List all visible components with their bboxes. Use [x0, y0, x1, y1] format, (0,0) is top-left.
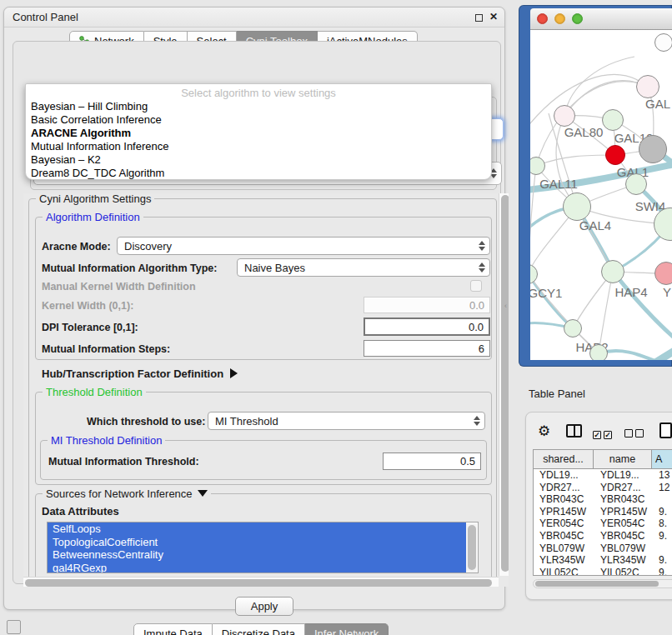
mi-steps-input[interactable]: 6 [364, 340, 490, 357]
deselect-all-columns-icon[interactable] [624, 426, 646, 441]
tab-impute-data[interactable]: Impute Data [133, 623, 213, 635]
attribute-item[interactable]: SelfLoops [48, 522, 466, 536]
algorithm-option[interactable]: Dream8 DC_TDC Algorithm [26, 167, 491, 180]
list-scrollbar-thumb[interactable] [468, 525, 476, 570]
stepper-arrows-icon [479, 241, 485, 251]
new-table-icon[interactable] [659, 422, 672, 438]
cell-name: YER054C [597, 518, 655, 530]
table-row[interactable]: YER054C YER054C 8. [534, 518, 672, 530]
settings-vertical-scrollbar[interactable] [499, 193, 509, 576]
network-view-titlebar[interactable] [530, 8, 672, 30]
aracne-mode-select[interactable]: Discovery [117, 237, 490, 255]
list-scrollbar[interactable] [466, 523, 477, 573]
network-node[interactable] [563, 192, 591, 221]
apply-button[interactable]: Apply [235, 597, 293, 616]
column-header-shared-name[interactable]: shared... [534, 450, 594, 468]
table-row[interactable]: YIL052C YIL052C 9. [534, 567, 672, 576]
attribute-item[interactable]: gal4RGexp [48, 562, 466, 574]
which-threshold-select[interactable]: MI Threshold [208, 412, 485, 430]
cell-name: YIL052C [597, 567, 655, 576]
collapsed-panel-icon[interactable] [7, 620, 21, 634]
attribute-item[interactable]: BetweennessCentrality [48, 548, 466, 562]
cell-shared-name: YPR145W [534, 506, 597, 518]
kernel-width-input[interactable]: 0.0 [364, 297, 490, 313]
kernel-width-label: Kernel Width (0,1): [42, 300, 133, 312]
network-node[interactable] [654, 33, 672, 52]
float-window-icon[interactable] [475, 14, 483, 22]
network-node[interactable] [554, 105, 575, 127]
table-row[interactable]: YPR145W YPR145W 9. [534, 506, 672, 518]
select-all-columns-icon[interactable]: ✓✓ [593, 426, 614, 441]
node-label: GAL [645, 97, 670, 111]
scrollbar-thumb[interactable] [535, 581, 659, 587]
table-row[interactable]: YBR043C YBR043C [534, 493, 672, 506]
gear-icon[interactable]: ⚙ [538, 424, 550, 438]
node-label: GAL4 [579, 218, 611, 232]
close-traffic-light-icon[interactable] [537, 13, 548, 24]
algorithm-option[interactable]: ARACNE Algorithm [26, 127, 491, 140]
network-node[interactable] [589, 344, 608, 360]
table-row[interactable]: YDR27... YDR27... 12 [534, 482, 672, 494]
table-row[interactable]: YLR345W YLR345W 9. [534, 554, 672, 567]
scrollbar-thumb[interactable] [25, 579, 492, 587]
cell-shared-name: YLR345W [534, 554, 597, 567]
group-title: Threshold Definition [43, 386, 146, 398]
kernel-width-value: 0.0 [469, 299, 484, 312]
node-label: GAL11 [539, 177, 578, 191]
aracne-mode-value: Discovery [124, 240, 172, 252]
data-attributes-label: Data Attributes [42, 505, 119, 518]
aracne-mode-label: Aracne Mode: [42, 241, 111, 252]
network-node[interactable] [654, 262, 672, 285]
cell-shared-name: YER054C [534, 518, 597, 530]
hub-definition-toggle[interactable]: Hub/Transcription Factor Definition [42, 368, 238, 380]
tab-infer-network[interactable]: Infer Network [305, 623, 389, 635]
cell-shared-name: YBR045C [534, 530, 597, 542]
tab-label: Impute Data [143, 628, 203, 635]
dpi-tolerance-value: 0.0 [469, 321, 484, 333]
network-node[interactable] [639, 135, 667, 163]
minimize-traffic-light-icon[interactable] [554, 13, 565, 24]
algorithm-option[interactable]: Bayesian – Hill Climbing [26, 100, 491, 113]
network-canvas[interactable]: GALGAL80GAL10GAL1SWI4GAL11GAL4HAP4YGCY1H… [530, 30, 672, 360]
panel-collapse-handle[interactable]: ‹ [504, 302, 507, 310]
algorithm-option[interactable]: Mutual Information Inference [26, 140, 491, 153]
dpi-tolerance-input[interactable]: 0.0 [364, 318, 490, 336]
table-horizontal-scrollbar[interactable] [533, 579, 672, 588]
table-row[interactable]: YBR045C YBR045C 9. [534, 530, 672, 542]
mi-threshold-input[interactable]: 0.5 [383, 452, 481, 470]
cell-name: YLR345W [597, 554, 655, 567]
network-node[interactable] [601, 260, 624, 283]
table-row[interactable]: YBL079W YBL079W [534, 542, 672, 555]
cell-name: YDR27... [597, 482, 655, 494]
close-icon[interactable]: ✕ [489, 11, 498, 22]
mi-steps-value: 6 [479, 342, 484, 355]
settings-horizontal-scrollbar[interactable] [23, 577, 499, 587]
dpi-tolerance-label: DPI Tolerance [0,1]: [42, 322, 138, 333]
network-node[interactable] [602, 109, 624, 131]
network-node[interactable] [636, 75, 659, 98]
tab-discretize-data[interactable]: Discretize Data [213, 623, 305, 635]
scrollbar-thumb[interactable] [501, 195, 509, 572]
table-panel: ⚙ ✓✓ shared... name A YDL19... YDL19... … [525, 412, 672, 600]
algorithm-option[interactable]: Bayesian – K2 [26, 153, 491, 167]
network-node[interactable] [625, 173, 647, 195]
column-header-partial[interactable]: A [652, 450, 672, 468]
table-row[interactable]: YDL19... YDL19... 13 [534, 469, 672, 482]
control-panel-window: Control Panel ✕ Network Style Select Cyn… [3, 7, 505, 610]
table-header-row: shared... name A [534, 450, 672, 469]
group-title: Algorithm Definition [43, 211, 143, 223]
network-node[interactable] [564, 319, 582, 338]
attribute-item[interactable]: TopologicalCoefficient [48, 536, 466, 549]
cell-value: 9. [655, 530, 672, 542]
data-attributes-list[interactable]: SelfLoops TopologicalCoefficient Between… [47, 522, 479, 573]
manual-kernel-checkbox[interactable] [470, 280, 482, 292]
mi-algorithm-type-select[interactable]: Naive Bayes [237, 258, 490, 277]
column-header-name[interactable]: name [594, 450, 652, 468]
split-pane-icon[interactable] [566, 424, 582, 438]
cell-name: YBR043C [597, 493, 655, 506]
sources-group-title[interactable]: Sources for Network Inference [43, 488, 211, 500]
network-node[interactable] [605, 145, 625, 165]
node-label: Y [663, 285, 671, 299]
algorithm-option[interactable]: Basic Correlation Inference [26, 113, 491, 127]
zoom-traffic-light-icon[interactable] [572, 13, 583, 24]
